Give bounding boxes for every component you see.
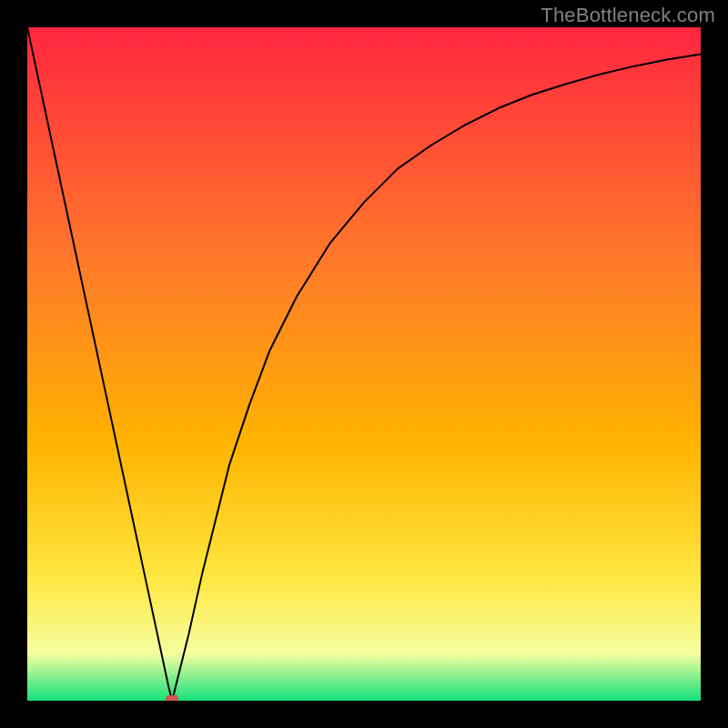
optimal-point-marker: [166, 695, 178, 701]
watermark-text: TheBottleneck.com: [541, 4, 715, 27]
bottleneck-chart: [27, 27, 701, 701]
chart-frame: TheBottleneck.com: [0, 0, 728, 728]
gradient-background: [27, 27, 701, 701]
